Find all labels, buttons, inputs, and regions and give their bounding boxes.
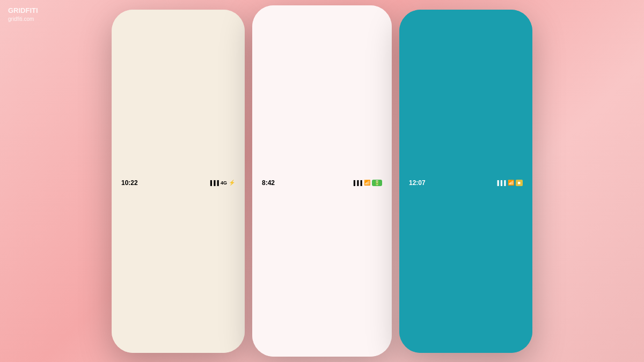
phone3: 12:07 ▐▐▐ 📶 ■ 📹 FACETIME 👤 CONTACTS: [399, 10, 532, 353]
phone2: 8:42 ▐▐▐ 📶 🔋 ⚙️ Settings 🗺️ Maps: [252, 5, 392, 357]
phone3-status-bar: 12:07 ▐▐▐ 📶 ■: [399, 10, 532, 353]
signal-icon: ▐▐▐: [209, 180, 219, 186]
phone2-time: 8:42: [262, 179, 275, 187]
phone3-status-icons: ▐▐▐ 📶 ■: [495, 180, 523, 186]
signal-icon-p2: ▐▐▐: [352, 180, 362, 186]
phone1-status-icons: ▐▐▐ 4G ⚡: [209, 180, 235, 186]
brand-name: GRIDFITI: [8, 6, 38, 16]
wifi-icon-p3: 📶: [508, 180, 514, 186]
phone1-status-bar: 10:22 ▐▐▐ 4G ⚡: [112, 10, 245, 353]
signal-icon-p3: ▐▐▐: [495, 180, 506, 186]
phone2-status-icons: ▐▐▐ 📶 🔋: [352, 180, 382, 186]
battery-icon-p3: ■: [516, 180, 523, 186]
phone3-time: 12:07: [409, 179, 426, 187]
phones-container: 10:22 ▐▐▐ 4G ⚡ 🕐: [112, 5, 532, 357]
phone2-status-bar: 8:42 ▐▐▐ 📶 🔋: [252, 5, 392, 357]
brand-logo: GRIDFITI gridfiti.com: [8, 6, 38, 23]
phone1: 10:22 ▐▐▐ 4G ⚡ 🕐: [112, 10, 245, 353]
battery-icon: ⚡: [229, 180, 235, 186]
network-label: 4G: [221, 180, 227, 186]
phone1-time: 10:22: [121, 179, 138, 187]
battery-icon-p2: 🔋: [372, 180, 382, 186]
wifi-icon-p2: 📶: [364, 180, 370, 186]
brand-website: gridfiti.com: [8, 16, 38, 23]
